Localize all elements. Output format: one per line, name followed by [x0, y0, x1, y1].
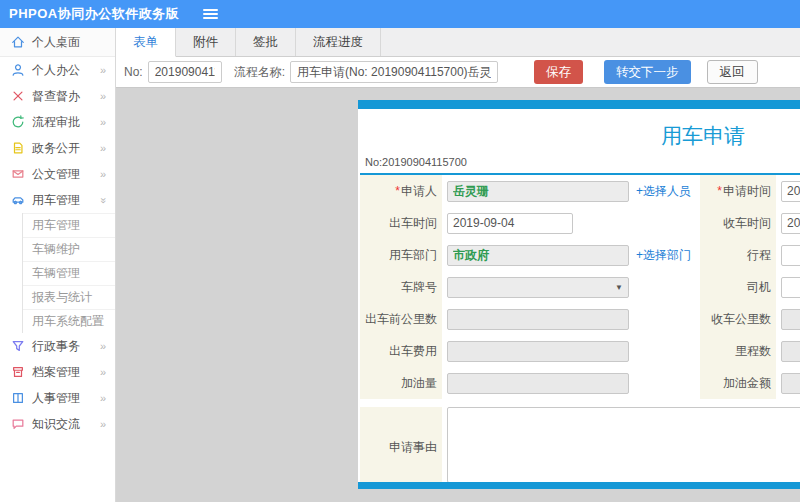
- required-asterisk: *: [717, 184, 722, 198]
- reason-label: 申请事由: [360, 407, 442, 482]
- form-row: 出车时间: [360, 207, 700, 239]
- field-label: *申请时间: [700, 175, 776, 207]
- content-area: 表单附件签批流程进度 No: 流程名称: 保存 转交下一步 返回 用车申请 No…: [116, 28, 800, 502]
- field-label: 用车部门: [360, 239, 442, 271]
- reason-textarea[interactable]: [447, 407, 800, 482]
- flow-name-label: 流程名称:: [234, 64, 285, 81]
- sidebar-item-个人办公[interactable]: 个人办公»: [0, 57, 115, 83]
- sidebar-item-label: 个人办公: [32, 62, 80, 79]
- sidebar-item-督查督办[interactable]: 督查督办»: [0, 83, 115, 109]
- field-cell: ▼: [442, 277, 700, 298]
- plate-number-select[interactable]: ▼: [447, 277, 629, 298]
- sidebar-item-label: 流程审批: [32, 114, 80, 131]
- chevron-right-icon: »: [100, 367, 106, 378]
- form-row: 车牌号▼: [360, 271, 700, 303]
- field-cell: [776, 245, 800, 266]
- field-label: 出车时间: [360, 207, 442, 239]
- sidebar-item-知识交流[interactable]: 知识交流»: [0, 411, 115, 437]
- sidebar-item-行政事务[interactable]: 行政事务»: [0, 333, 115, 359]
- sidebar-item-档案管理[interactable]: 档案管理»: [0, 359, 115, 385]
- field-input-出车时间[interactable]: [447, 213, 573, 234]
- panel-body: 用车申请 No:20190904115700 *申请人+选择人员出车时间用车部门…: [358, 109, 800, 482]
- tab-附件[interactable]: 附件: [176, 28, 236, 56]
- field-cell: +选择部门: [442, 245, 700, 266]
- field-label: 司机: [700, 271, 776, 303]
- form-row: 加油金额: [700, 367, 800, 399]
- home-icon: [11, 35, 25, 49]
- field-cell: [776, 213, 800, 234]
- sidebar-item-个人桌面[interactable]: 个人桌面: [0, 28, 115, 57]
- no-input[interactable]: [148, 61, 222, 83]
- sidebar-item-label: 督查督办: [32, 88, 80, 105]
- chevron-down-icon: »: [97, 197, 108, 203]
- work-area: 用车申请 No:20190904115700 *申请人+选择人员出车时间用车部门…: [116, 88, 800, 502]
- field-input-行程[interactable]: [781, 245, 800, 266]
- chevron-right-icon: »: [100, 65, 106, 76]
- form-row: 加油量: [360, 367, 700, 399]
- field-input-里程数: [781, 341, 800, 362]
- tab-签批[interactable]: 签批: [236, 28, 296, 56]
- sidebar-item-人事管理[interactable]: 人事管理»: [0, 385, 115, 411]
- select-link[interactable]: +选择部门: [636, 247, 691, 264]
- sidebar-item-label: 档案管理: [32, 364, 80, 381]
- select-link[interactable]: +选择人员: [636, 183, 691, 200]
- required-asterisk: *: [395, 184, 400, 198]
- field-input-加油金额: [781, 373, 800, 394]
- funnel-icon: [11, 339, 25, 353]
- field-cell: [776, 181, 800, 202]
- panel-top-bar: [358, 100, 800, 109]
- form-row: 出车费用: [360, 335, 700, 367]
- field-label: 车牌号: [360, 271, 442, 303]
- tab-表单[interactable]: 表单: [116, 28, 176, 57]
- menu-toggle-icon[interactable]: [203, 9, 218, 19]
- chevron-right-icon: »: [100, 91, 106, 102]
- form-grid: *申请人+选择人员出车时间用车部门+选择部门车牌号▼出车前公里数出车费用加油量 …: [360, 175, 800, 482]
- sidebar-subitem-用车系统配置[interactable]: 用车系统配置: [23, 309, 115, 333]
- panel-bottom-bar: [358, 482, 800, 489]
- field-cell: [442, 373, 700, 394]
- field-cell: [776, 341, 800, 362]
- field-label: 出车前公里数: [360, 303, 442, 335]
- field-input-收车时间[interactable]: [781, 213, 800, 234]
- sidebar-item-流程审批[interactable]: 流程审批»: [0, 109, 115, 135]
- sidebar-subitem-用车管理[interactable]: 用车管理: [23, 213, 115, 237]
- field-label: 收车时间: [700, 207, 776, 239]
- forward-next-step-button[interactable]: 转交下一步: [604, 60, 691, 84]
- sidebar-item-label: 行政事务: [32, 338, 80, 355]
- sidebar-subitem-车辆管理[interactable]: 车辆管理: [23, 261, 115, 285]
- sidebar-item-公文管理[interactable]: 公文管理»: [0, 161, 115, 187]
- field-label: 收车公里数: [700, 303, 776, 335]
- field-label: 里程数: [700, 335, 776, 367]
- chat-icon: [11, 417, 25, 431]
- chevron-right-icon: »: [100, 393, 106, 404]
- save-button[interactable]: 保存: [534, 60, 583, 84]
- field-input-申请时间[interactable]: [781, 181, 800, 202]
- form-row: *申请人+选择人员: [360, 175, 700, 207]
- field-input-出车前公里数: [447, 309, 629, 330]
- field-label: 行程: [700, 239, 776, 271]
- sidebar-subitem-报表与统计[interactable]: 报表与统计: [23, 285, 115, 309]
- chevron-right-icon: »: [100, 341, 106, 352]
- back-button[interactable]: 返回: [707, 60, 758, 84]
- form-row: 里程数: [700, 335, 800, 367]
- field-input-收车公里数: [781, 309, 800, 330]
- approval-icon: [11, 115, 25, 129]
- sidebar-item-政务公开[interactable]: 政务公开»: [0, 135, 115, 161]
- field-input-司机[interactable]: [781, 277, 800, 298]
- field-input-申请人[interactable]: [447, 181, 629, 202]
- toolbar: No: 流程名称: 保存 转交下一步 返回: [116, 57, 800, 88]
- reason-row: 申请事由: [360, 407, 800, 482]
- field-input-用车部门[interactable]: [447, 245, 629, 266]
- field-cell: [776, 277, 800, 298]
- tab-流程进度[interactable]: 流程进度: [296, 28, 381, 56]
- field-label: *申请人: [360, 175, 442, 207]
- sidebar-item-label: 用车管理: [32, 192, 80, 209]
- archive-icon: [11, 365, 25, 379]
- chevron-right-icon: »: [100, 117, 106, 128]
- sidebar-item-label: 政务公开: [32, 140, 80, 157]
- sidebar-subitem-车辆维护[interactable]: 车辆维护: [23, 237, 115, 261]
- flow-name-input[interactable]: [290, 61, 498, 83]
- sidebar-item-label: 人事管理: [32, 390, 80, 407]
- sidebar-item-用车管理[interactable]: 用车管理»: [0, 187, 115, 213]
- user-icon: [11, 63, 25, 77]
